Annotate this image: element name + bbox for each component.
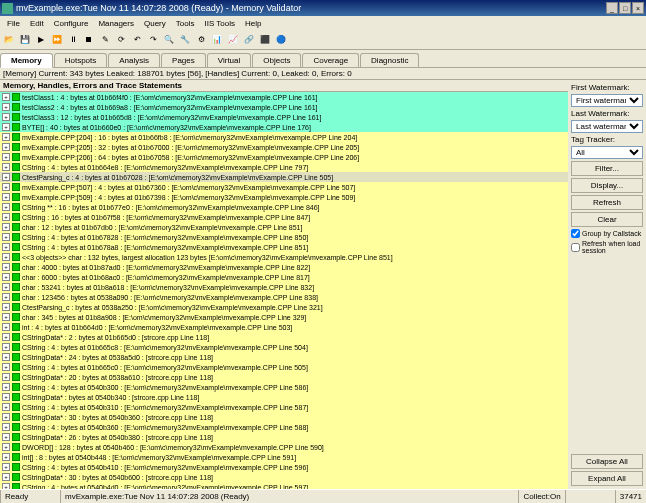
expand-icon[interactable]: + [2,133,10,141]
tool5-icon[interactable]: 🔗 [242,33,256,47]
tree-row[interactable]: +CString : 4 : bytes at 01b67828 : [E:\o… [0,232,568,242]
tree-row[interactable]: +mvExample.CPP:[509] : 4 : bytes at 01b6… [0,192,568,202]
expand-icon[interactable]: + [2,283,10,291]
expand-icon[interactable]: + [2,103,10,111]
expand-all-button[interactable]: Expand All [571,471,643,486]
tool1-icon[interactable]: 🔧 [178,33,192,47]
tab-objects[interactable]: Objects [252,53,301,67]
reload-checkbox[interactable]: Refresh when load session [571,240,643,254]
expand-icon[interactable]: + [2,243,10,251]
expand-icon[interactable]: + [2,163,10,171]
tree-row[interactable]: +char : 345 : bytes at 01b8a908 : [E:\om… [0,312,568,322]
expand-icon[interactable]: + [2,183,10,191]
tab-memory[interactable]: Memory [0,53,53,68]
expand-icon[interactable]: + [2,313,10,321]
tool2-icon[interactable]: ⚙ [194,33,208,47]
expand-icon[interactable]: + [2,383,10,391]
tree-row[interactable]: +CString : 4 : bytes at 0540b300 : [E:\o… [0,382,568,392]
tree-row[interactable]: +CStringData* : 26 : bytes at 0540b380 :… [0,432,568,442]
minimize-button[interactable]: _ [606,2,618,14]
tree-row[interactable]: +int[] : 8 : bytes at 0540b448 : [E:\om\… [0,452,568,462]
tag-tracker-select[interactable]: All [571,146,643,159]
tree-row[interactable]: +mvExample.CPP:[204] : 16 : bytes at 01b… [0,132,568,142]
tree-row[interactable]: +CString : 4 : bytes at 01b665c8 : [E:\o… [0,342,568,352]
menu-iis-tools[interactable]: IIS Tools [199,19,240,28]
tree-row[interactable]: +char : 123456 : bytes at 0538a090 : [E:… [0,292,568,302]
expand-icon[interactable]: + [2,303,10,311]
tree-row[interactable]: +testClass1 : 4 : bytes at 01b66f4f0 : [… [0,92,568,102]
wand-icon[interactable]: ✎ [98,33,112,47]
tree-row[interactable]: +CString : 4 : bytes at 01b665c0 : [E:\o… [0,362,568,372]
tree-row[interactable]: +char : 53241 : bytes at 01b8a618 : [E:\… [0,282,568,292]
tree-row[interactable]: +CtestParsing_c : 4 : bytes at 01b67028 … [0,172,568,182]
clear-button[interactable]: Clear [571,212,643,227]
tree-row[interactable]: +CStringData* : 2 : bytes at 01b665d0 : … [0,332,568,342]
save-icon[interactable]: 💾 [18,33,32,47]
expand-icon[interactable]: + [2,353,10,361]
refresh-icon[interactable]: ⟳ [114,33,128,47]
tree-row[interactable]: +mvExample.CPP:[206] : 64 : bytes at 01b… [0,152,568,162]
undo-icon[interactable]: ↶ [130,33,144,47]
tool6-icon[interactable]: ⬛ [258,33,272,47]
menu-configure[interactable]: Configure [49,19,94,28]
find-icon[interactable]: 🔍 [162,33,176,47]
tree-row[interactable]: +DWORD[] : 128 : bytes at 0540b460 : [E:… [0,442,568,452]
expand-icon[interactable]: + [2,473,10,481]
tool7-icon[interactable]: 🔵 [274,33,288,47]
tree-row[interactable]: +mvExample.CPP:[507] : 4 : bytes at 01b6… [0,182,568,192]
play-icon[interactable]: ▶ [34,33,48,47]
tree-row[interactable]: +char : 4000 : bytes at 01b87ad0 : [E:\o… [0,262,568,272]
expand-icon[interactable]: + [2,463,10,471]
expand-icon[interactable]: + [2,433,10,441]
tab-coverage[interactable]: Coverage [302,53,359,67]
tree-row[interactable]: +CStringData* : 30 : bytes at 0540b360 :… [0,412,568,422]
expand-icon[interactable]: + [2,123,10,131]
tab-diagnostic[interactable]: Diagnostic [360,53,419,67]
tool4-icon[interactable]: 📈 [226,33,240,47]
menu-managers[interactable]: Managers [93,19,139,28]
tab-hotspots[interactable]: Hotspots [54,53,108,67]
expand-icon[interactable]: + [2,173,10,181]
expand-icon[interactable]: + [2,393,10,401]
tree-view[interactable]: +testClass1 : 4 : bytes at 01b66f4f0 : [… [0,92,568,489]
expand-icon[interactable]: + [2,413,10,421]
expand-icon[interactable]: + [2,153,10,161]
tree-row[interactable]: +CtestParsing_c : bytes at 0538a250 : [E… [0,302,568,312]
display-button[interactable]: Display... [571,178,643,193]
expand-icon[interactable]: + [2,373,10,381]
tree-row[interactable]: +BYTE[] : 40 : bytes at 01b660e0 : [E:\o… [0,122,568,132]
menu-help[interactable]: Help [240,19,266,28]
tree-row[interactable]: +CString : 4 : bytes at 01b664e8 : [E:\o… [0,162,568,172]
tree-row[interactable]: +CString ** : 16 : bytes at 01b677e0 : [… [0,202,568,212]
group-checkbox[interactable]: Group by Callstack [571,229,643,238]
tree-row[interactable]: +char : 12 : bytes at 01b67db0 : [E:\om\… [0,222,568,232]
expand-icon[interactable]: + [2,203,10,211]
menu-query[interactable]: Query [139,19,171,28]
first-watermark-select[interactable]: First watermark [571,94,643,107]
expand-icon[interactable]: + [2,403,10,411]
expand-icon[interactable]: + [2,293,10,301]
tool3-icon[interactable]: 📊 [210,33,224,47]
refresh-button[interactable]: Refresh [571,195,643,210]
expand-icon[interactable]: + [2,323,10,331]
expand-icon[interactable]: + [2,113,10,121]
expand-icon[interactable]: + [2,423,10,431]
maximize-button[interactable]: □ [619,2,631,14]
expand-icon[interactable]: + [2,143,10,151]
tree-row[interactable]: +CStringData* : 24 : bytes at 0538a5d0 :… [0,352,568,362]
expand-icon[interactable]: + [2,223,10,231]
expand-icon[interactable]: + [2,213,10,221]
expand-icon[interactable]: + [2,233,10,241]
expand-icon[interactable]: + [2,443,10,451]
expand-icon[interactable]: + [2,253,10,261]
tree-row[interactable]: +CString : 4 : bytes at 0540b4d0 : [E:\o… [0,482,568,489]
expand-icon[interactable]: + [2,363,10,371]
expand-icon[interactable]: + [2,193,10,201]
stop-icon[interactable]: ⏹ [82,33,96,47]
tab-pages[interactable]: Pages [161,53,206,67]
expand-icon[interactable]: + [2,263,10,271]
expand-icon[interactable]: + [2,333,10,341]
expand-icon[interactable]: + [2,343,10,351]
tree-row[interactable]: +CString : 4 : bytes at 01b678a8 : [E:\o… [0,242,568,252]
tree-row[interactable]: +CString : 4 : bytes at 0540b410 : [E:\o… [0,462,568,472]
